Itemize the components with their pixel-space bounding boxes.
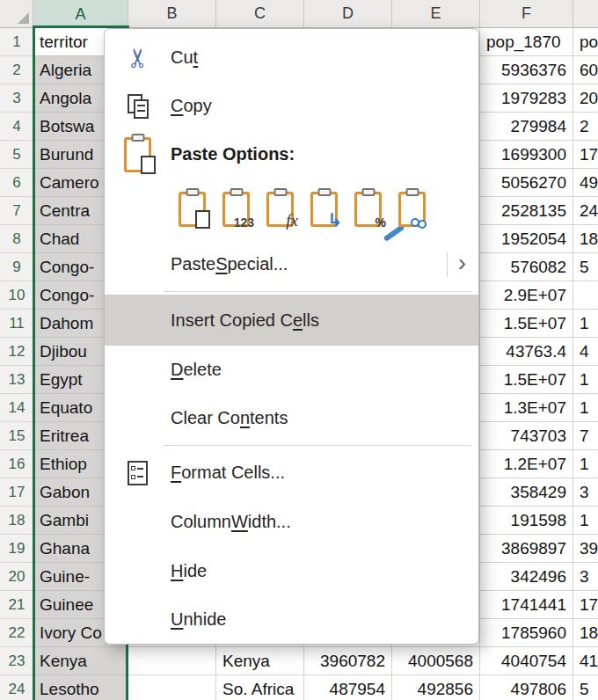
- row-header[interactable]: 14: [0, 394, 33, 422]
- row-header[interactable]: 1: [0, 28, 33, 56]
- paste-formulas-icon[interactable]: fx: [266, 192, 294, 227]
- row-header[interactable]: 13: [0, 366, 33, 394]
- column-header-c[interactable]: C: [216, 0, 304, 28]
- row-header[interactable]: 3: [0, 84, 33, 113]
- row-header[interactable]: 2: [0, 56, 33, 84]
- menu-item-delete[interactable]: Delete: [105, 346, 478, 394]
- cell-col-e[interactable]: 492856: [392, 675, 480, 700]
- row-header[interactable]: 12: [0, 338, 33, 366]
- cell-col-c[interactable]: Kenya: [216, 647, 304, 675]
- cell-col-f[interactable]: 279984: [480, 113, 573, 141]
- cell-col-f[interactable]: 1.5E+07: [480, 310, 573, 338]
- cell-col-f[interactable]: 43763.4: [480, 338, 573, 366]
- cell-col-f[interactable]: 5936376: [480, 56, 573, 84]
- row-header[interactable]: 24: [0, 675, 33, 700]
- cell-col-f[interactable]: 1.5E+07: [480, 366, 573, 394]
- cell-col-f[interactable]: 1.3E+07: [480, 394, 573, 422]
- row-header[interactable]: 10: [0, 281, 33, 310]
- cell-col-g[interactable]: 4: [573, 338, 598, 366]
- row-header[interactable]: 21: [0, 591, 33, 619]
- cell-col-f[interactable]: 1785960: [480, 619, 573, 647]
- paste-values-icon[interactable]: 123: [222, 192, 250, 227]
- cell-col-f[interactable]: 2528135: [480, 197, 573, 225]
- cell-col-f[interactable]: 1979283: [480, 84, 573, 113]
- cell-col-f[interactable]: 1.2E+07: [480, 450, 573, 478]
- cell-col-b[interactable]: [128, 675, 216, 700]
- cell-col-f[interactable]: 497806: [480, 675, 573, 700]
- row-header[interactable]: 22: [0, 619, 33, 647]
- cell-col-b[interactable]: [128, 647, 216, 675]
- cell-col-g[interactable]: 20: [573, 84, 598, 113]
- cell-col-f[interactable]: 576082: [480, 253, 573, 281]
- column-header-g[interactable]: [573, 0, 598, 28]
- menu-item-paste-special[interactable]: Paste Special... ›: [105, 240, 478, 288]
- row-header[interactable]: 5: [0, 141, 33, 169]
- column-header-b[interactable]: B: [128, 0, 216, 28]
- cell-col-f[interactable]: 358429: [480, 478, 573, 507]
- cell-col-g[interactable]: 3: [573, 563, 598, 591]
- cell-col-f[interactable]: 743703: [480, 422, 573, 450]
- row-header[interactable]: 4: [0, 113, 33, 141]
- cell-col-g[interactable]: 1: [573, 310, 598, 338]
- menu-item-clear-contents[interactable]: Clear Contents: [105, 394, 478, 442]
- paste-transpose-icon[interactable]: ↳: [310, 192, 338, 227]
- cell-col-c[interactable]: So. Africa: [216, 675, 304, 700]
- cell-col-d[interactable]: 487954: [304, 675, 392, 700]
- select-all-corner[interactable]: [0, 0, 33, 28]
- row-header[interactable]: 15: [0, 422, 33, 450]
- row-header[interactable]: 17: [0, 478, 33, 507]
- row-header[interactable]: 9: [0, 253, 33, 281]
- cell-col-f[interactable]: 1699300: [480, 141, 573, 169]
- cell-col-g[interactable]: 18: [573, 225, 598, 253]
- column-header-a[interactable]: A: [33, 0, 128, 28]
- cell-col-g[interactable]: 1: [573, 507, 598, 535]
- column-header-e[interactable]: E: [392, 0, 480, 28]
- cell-col-g[interactable]: 5: [573, 675, 598, 700]
- row-header[interactable]: 6: [0, 169, 33, 197]
- cell-col-g[interactable]: 2: [573, 113, 598, 141]
- paste-icon[interactable]: [179, 192, 206, 227]
- cell-col-g[interactable]: 1: [573, 366, 598, 394]
- menu-item-cut[interactable]: ✂ Cut: [105, 33, 478, 82]
- paste-formatting-icon[interactable]: %: [354, 192, 382, 227]
- cell-col-e[interactable]: 4000568: [392, 647, 480, 675]
- cell-col-f[interactable]: pop_1870: [480, 28, 573, 56]
- cell-col-f[interactable]: 342496: [480, 563, 573, 591]
- cell-col-d[interactable]: 3960782: [304, 647, 392, 675]
- cell-col-a[interactable]: Kenya: [33, 647, 128, 675]
- column-header-f[interactable]: F: [480, 0, 573, 28]
- row-header[interactable]: 16: [0, 450, 33, 478]
- row-header[interactable]: 7: [0, 197, 33, 225]
- row-header[interactable]: 11: [0, 310, 33, 338]
- cell-col-g[interactable]: 17: [573, 591, 598, 619]
- cell-col-g[interactable]: 17: [573, 141, 598, 169]
- cell-col-f[interactable]: 4040754: [480, 647, 573, 675]
- cell-col-f[interactable]: 3869897: [480, 535, 573, 563]
- cell-col-f[interactable]: 191598: [480, 507, 573, 535]
- row-header[interactable]: 20: [0, 563, 33, 591]
- cell-col-a[interactable]: Lesotho: [33, 675, 128, 700]
- menu-item-hide[interactable]: Hide: [105, 547, 478, 595]
- cell-col-g[interactable]: po: [573, 28, 598, 56]
- cell-col-g[interactable]: 18: [573, 619, 598, 647]
- cell-col-g[interactable]: 24: [573, 197, 598, 225]
- menu-item-copy[interactable]: Copy: [105, 82, 478, 130]
- cell-col-g[interactable]: 49: [573, 169, 598, 197]
- row-header[interactable]: 23: [0, 647, 33, 675]
- cell-col-g[interactable]: 1: [573, 394, 598, 422]
- cell-col-g[interactable]: 5: [573, 253, 598, 281]
- cell-col-f[interactable]: 1741441: [480, 591, 573, 619]
- cell-col-g[interactable]: 39: [573, 535, 598, 563]
- cell-col-f[interactable]: 5056270: [480, 169, 573, 197]
- cell-col-f[interactable]: 2.9E+07: [480, 281, 573, 310]
- cell-col-g[interactable]: 7: [573, 422, 598, 450]
- row-header[interactable]: 19: [0, 535, 33, 563]
- column-header-d[interactable]: D: [304, 0, 392, 28]
- menu-item-column-width[interactable]: Column Width...: [105, 497, 478, 547]
- menu-item-format-cells[interactable]: Format Cells...: [105, 448, 478, 497]
- row-header[interactable]: 18: [0, 507, 33, 535]
- cell-col-g[interactable]: 3: [573, 478, 598, 507]
- cell-col-f[interactable]: 1952054: [480, 225, 573, 253]
- cell-col-g[interactable]: 41: [573, 647, 598, 675]
- cell-col-g[interactable]: 60: [573, 56, 598, 84]
